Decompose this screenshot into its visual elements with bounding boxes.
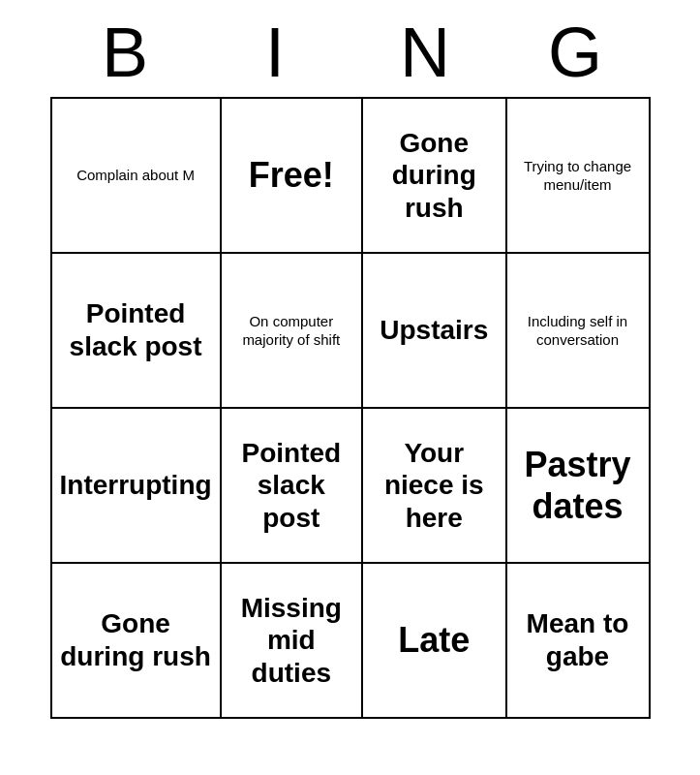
bingo-grid: Complain about MFree!Gone during rushTry… [50,97,651,719]
bingo-cell[interactable]: Gone during rush [51,563,221,718]
bingo-cell[interactable]: Free! [221,98,362,253]
cell-text: Trying to change menu/item [524,158,631,194]
bingo-cell[interactable]: Including self in conversation [506,253,650,408]
cell-text: Mean to gabe [527,608,629,671]
bingo-cell[interactable]: Interrupting [51,408,221,563]
bingo-cell[interactable]: Pastry dates [506,408,650,563]
cell-text: Late [398,620,470,660]
bingo-cell[interactable]: Mean to gabe [506,563,650,718]
letter-g: G [517,17,633,87]
bingo-cell[interactable]: Trying to change menu/item [506,98,650,253]
cell-text: Pointed slack post [241,438,341,533]
bingo-cell[interactable]: Upstairs [362,253,505,408]
table-row: Gone during rushMissing mid dutiesLateMe… [51,563,650,718]
letter-b: B [67,17,183,87]
cell-text: Free! [249,155,334,195]
cell-text: Missing mid duties [241,593,342,688]
cell-text: Gone during rush [392,128,476,223]
bingo-title: B I N G [50,0,651,97]
bingo-cell[interactable]: Complain about M [51,98,221,253]
cell-text: Pastry dates [524,445,630,526]
cell-text: Interrupting [60,470,212,500]
table-row: Pointed slack postOn computer majority o… [51,253,650,408]
cell-text: On computer majority of shift [242,313,340,349]
cell-text: Pointed slack post [70,298,202,361]
bingo-cell[interactable]: Missing mid duties [221,563,362,718]
letter-n: N [367,17,483,87]
cell-text: Gone during rush [60,608,211,671]
table-row: InterruptingPointed slack postYour niece… [51,408,650,563]
cell-text: Upstairs [380,315,488,345]
cell-text: Including self in conversation [528,313,627,349]
bingo-cell[interactable]: Your niece is here [362,408,505,563]
bingo-cell[interactable]: On computer majority of shift [221,253,362,408]
letter-i: I [217,17,333,87]
bingo-cell[interactable]: Pointed slack post [51,253,221,408]
bingo-cell[interactable]: Pointed slack post [221,408,362,563]
bingo-cell[interactable]: Gone during rush [362,98,505,253]
cell-text: Your niece is here [384,438,484,533]
cell-text: Complain about M [76,167,195,183]
table-row: Complain about MFree!Gone during rushTry… [51,98,650,253]
bingo-cell[interactable]: Late [362,563,505,718]
